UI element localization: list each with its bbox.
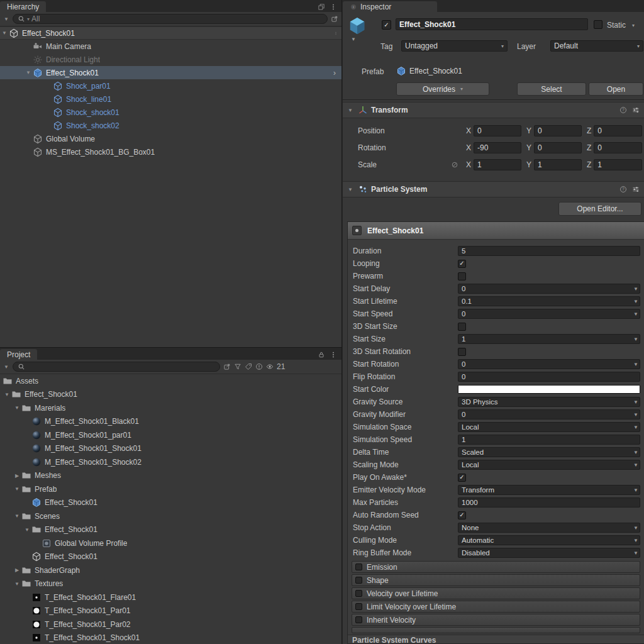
open-button[interactable]: Open [589, 82, 643, 96]
project-item-marerials[interactable]: ▼Marerials [0, 401, 341, 415]
create-dropdown-icon[interactable]: ▼ [3, 16, 9, 22]
foldout-open-icon[interactable]: ▼ [24, 70, 33, 75]
active-checkbox[interactable] [382, 20, 391, 30]
overrides-button[interactable]: Overrides ▾ [396, 82, 489, 96]
foldout-open-icon[interactable]: ▼ [346, 187, 355, 192]
constrain-proportions-icon[interactable] [451, 161, 458, 169]
emission-module-checkbox[interactable] [355, 564, 362, 570]
gameobject-name-field[interactable]: Effect_Shock01 [396, 18, 588, 30]
limit-velocity-over-lifetime-module-checkbox[interactable] [355, 603, 362, 610]
create-dropdown-icon[interactable]: ▼ [3, 364, 9, 370]
window-layout-icon[interactable] [318, 3, 325, 11]
hierarchy-item-shock-shock02[interactable]: Shock_shock02 [0, 119, 341, 132]
start-speed-field[interactable]: 0 [458, 309, 640, 319]
flip-rotation-field[interactable]: 0 [458, 372, 640, 382]
module-bar-inherit-velocity[interactable]: Inherit Velocity [352, 614, 640, 626]
inherit-velocity-module-checkbox[interactable] [355, 616, 362, 623]
transform-rotation-z-field[interactable]: 0 [594, 142, 642, 153]
prewarm-checkbox[interactable] [458, 272, 466, 280]
icon-picker-caret-icon[interactable]: ▼ [351, 36, 356, 42]
hierarchy-item-global-volume[interactable]: Global Volume [0, 132, 341, 145]
tab-inspector[interactable]: i Inspector [343, 1, 437, 12]
static-checkbox[interactable] [594, 20, 602, 29]
3d-start-rotation-checkbox[interactable] [458, 348, 466, 356]
hierarchy-item-effect-shock01[interactable]: ▼Effect_Shock01› [0, 66, 341, 79]
project-item-assets[interactable]: Assets [0, 374, 341, 388]
tab-project[interactable]: Project [0, 349, 37, 360]
help-icon[interactable]: ? [619, 106, 627, 114]
hierarchy-item-shock-shock01[interactable]: Shock_shock01 [0, 106, 341, 119]
project-item-effect-shock01[interactable]: Effect_Shock01 [0, 496, 341, 510]
prefab-object-field[interactable]: Effect_Shock01 [396, 66, 462, 76]
velocity-over-lifetime-module-checkbox[interactable] [355, 590, 362, 597]
module-bar-cut[interactable] [352, 627, 640, 633]
search-filter-caret-icon[interactable]: ▾ [27, 16, 30, 22]
layer-dropdown[interactable]: Default ▾ [550, 40, 643, 52]
emitter-velocity-mode-dropdown[interactable]: Transform [458, 485, 640, 495]
particle-system-curves-bar[interactable]: Particle System Curves [348, 635, 644, 644]
start-color-color-swatch[interactable] [458, 385, 640, 394]
search-jump-icon[interactable] [331, 15, 338, 23]
select-button[interactable]: Select [517, 82, 586, 96]
help-icon[interactable]: ? [619, 186, 627, 193]
culling-mode-dropdown[interactable]: Automatic [458, 535, 640, 545]
project-item-m-effect-shock01-shock02[interactable]: M_Effect_Shock01_Shock02 [0, 455, 341, 469]
project-item-effect-shock01[interactable]: Effect_Shock01 [0, 550, 341, 564]
foldout-open-icon[interactable]: ▼ [13, 581, 21, 587]
auto-random-seed-checkbox[interactable] [458, 511, 466, 519]
transform-scale-x-field[interactable]: 1 [474, 159, 521, 170]
gravity-modifier-field[interactable]: 0 [458, 409, 640, 419]
hierarchy-item-ms-effect-shock01-bg-box01[interactable]: MS_Effect_Shock01_BG_Box01 [0, 145, 341, 158]
foldout-open-icon[interactable]: ▼ [23, 527, 31, 533]
filter-by-type-icon[interactable] [234, 363, 242, 370]
module-bar-emission[interactable]: Emission [352, 561, 640, 573]
project-item-t-effect-shock01-flare01[interactable]: T_Effect_Shock01_Flare01 [0, 591, 341, 604]
hierarchy-item-shock-line01[interactable]: Shock_line01 [0, 92, 341, 106]
project-item-t-effect-shock01-par02[interactable]: T_Effect_Shock01_Par02 [0, 618, 341, 631]
hierarchy-item-main-camera[interactable]: Main Camera [0, 40, 341, 53]
prefab-open-chevron-icon[interactable]: › [333, 68, 341, 77]
transform-header[interactable]: ▼ Transform ? [343, 102, 644, 118]
scene-kebab-icon[interactable] [334, 30, 341, 37]
foldout-open-icon[interactable]: ▼ [0, 30, 9, 36]
max-particles-field[interactable]: 1000 [458, 497, 640, 508]
module-bar-limit-velocity-over-lifetime[interactable]: Limit Velocity over Lifetime [352, 601, 640, 613]
open-editor-button[interactable]: Open Editor... [558, 202, 641, 216]
module-preview-dot-icon[interactable] [352, 226, 362, 235]
foldout-open-icon[interactable]: ▼ [346, 108, 355, 113]
filter-by-label-icon[interactable] [245, 363, 252, 370]
scene-row[interactable]: ▼ Effect_Shock01 [0, 26, 341, 40]
transform-scale-z-field[interactable]: 1 [594, 159, 642, 170]
project-item-m-effect-shock01-shock01[interactable]: M_Effect_Shock01_Shock01 [0, 442, 341, 456]
static-flags-caret-icon[interactable]: ▾ [632, 23, 635, 28]
looping-checkbox[interactable] [458, 260, 466, 268]
gravity-source-dropdown[interactable]: 3D Physics [458, 397, 640, 407]
alert-icon[interactable] [255, 363, 263, 370]
start-lifetime-field[interactable]: 0.1 [458, 296, 640, 306]
transform-position-x-field[interactable]: 0 [474, 125, 521, 136]
project-item-m-effect-shock01-par01[interactable]: M_Effect_Shock01_par01 [0, 428, 341, 442]
transform-position-z-field[interactable]: 0 [594, 125, 642, 136]
project-item-global-volume-profile[interactable]: Global Volume Profile [0, 536, 341, 550]
module-bar-velocity-over-lifetime[interactable]: Velocity over Lifetime [352, 587, 640, 599]
simulation-space-dropdown[interactable]: Local [458, 422, 640, 432]
hierarchy-search-input[interactable]: ▾ All [13, 14, 328, 24]
presets-icon[interactable] [632, 186, 640, 193]
transform-scale-y-field[interactable]: 1 [534, 159, 582, 170]
hierarchy-item-directional-light[interactable]: Directional Light [0, 53, 341, 66]
start-size-field[interactable]: 1 [458, 334, 640, 344]
project-search-input[interactable] [13, 362, 220, 372]
foldout-open-icon[interactable]: ▼ [13, 486, 21, 492]
foldout-open-icon[interactable]: ▼ [13, 405, 21, 411]
transform-rotation-x-field[interactable]: -90 [474, 142, 521, 153]
gameobject-cube-icon[interactable] [348, 16, 367, 35]
project-item-effect-shock01[interactable]: ▼Effect_Shock01 [0, 523, 341, 537]
play-on-awake-checkbox[interactable] [458, 474, 466, 482]
delta-time-dropdown[interactable]: Scaled [458, 447, 640, 457]
project-item-shadergraph[interactable]: ▶ShaderGraph [0, 564, 341, 577]
project-item-t-effect-shock01-shock01[interactable]: T_Effect_Shock01_Shock01 [0, 631, 341, 644]
project-item-meshes[interactable]: ▶Meshes [0, 469, 341, 483]
foldout-closed-icon[interactable]: ▶ [13, 473, 21, 479]
transform-position-y-field[interactable]: 0 [534, 125, 582, 136]
start-rotation-field[interactable]: 0 [458, 359, 640, 369]
